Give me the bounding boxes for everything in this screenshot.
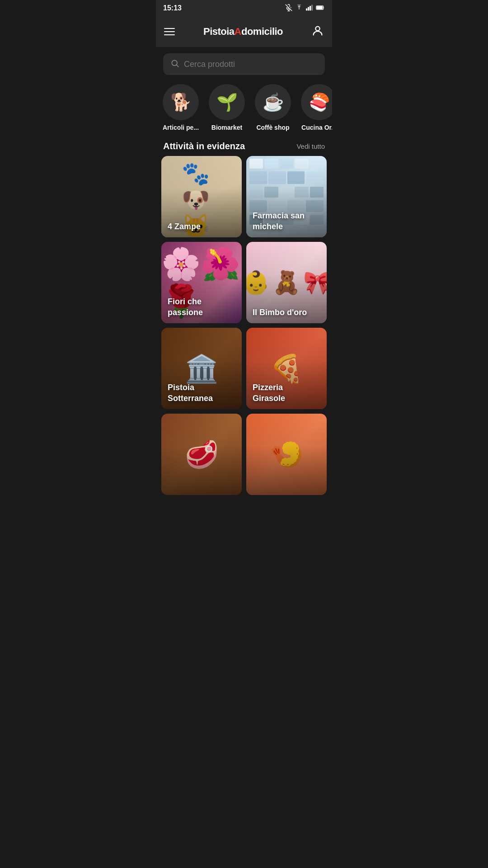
svg-rect-5 xyxy=(310,6,311,10)
featured-section-header: Attività in evidenza Vedi tutto xyxy=(156,134,332,156)
view-all-link[interactable]: Vedi tutto xyxy=(296,142,325,150)
app-header: PistoiaAdomicilio xyxy=(156,16,332,47)
activity-card-zampe[interactable]: 🐾🐶🐱🐰 4 Zampe xyxy=(161,156,242,237)
category-biomarket-label: Biomarket xyxy=(211,124,242,131)
svg-line-11 xyxy=(177,65,179,67)
logo-suffix: domicilio xyxy=(241,26,283,37)
status-icons xyxy=(285,4,325,13)
mute-icon xyxy=(285,4,292,13)
activity-card-bimbo[interactable]: 👶🧸🎀 Il Bimbo d'oro xyxy=(246,242,327,323)
activity-card-pizzeria[interactable]: 🍕 PizzeriaGirasole xyxy=(246,328,327,409)
activities-grid: 🐾🐶🐱🐰 4 Zampe xyxy=(156,156,332,502)
category-biomarket-icon: 🌱 xyxy=(209,84,245,120)
activity-card-fiori[interactable]: 🌸🌺🌹 Fiori chepassione xyxy=(161,242,242,323)
svg-point-9 xyxy=(315,27,319,31)
svg-rect-8 xyxy=(317,6,323,9)
app-logo: PistoiaAdomicilio xyxy=(203,26,283,38)
category-biomarket[interactable]: 🌱 Biomarket xyxy=(206,84,247,131)
activity-card-fiori-label: Fiori chepassione xyxy=(168,297,203,318)
featured-title: Attività in evidenza xyxy=(163,141,245,151)
search-icon xyxy=(170,59,179,70)
card-overlay xyxy=(246,414,327,495)
category-coffe-label: Coffè shop xyxy=(256,124,289,131)
search-container xyxy=(156,47,332,80)
card-overlay xyxy=(161,414,242,495)
svg-point-10 xyxy=(172,60,177,66)
category-cucina-label: Cucina Or... xyxy=(301,124,332,131)
svg-rect-4 xyxy=(308,7,309,10)
wifi-icon xyxy=(295,5,303,12)
activity-card-bottom-left[interactable]: 🥩 xyxy=(161,414,242,495)
svg-rect-3 xyxy=(306,8,307,10)
svg-rect-6 xyxy=(311,5,313,10)
logo-accent-a: A xyxy=(235,26,241,37)
status-time: 15:13 xyxy=(163,4,182,12)
category-articoli-label: Articoli pe... xyxy=(163,124,199,131)
category-articoli-icon: 🐕 xyxy=(163,84,199,120)
search-bar[interactable] xyxy=(163,53,325,75)
search-input[interactable] xyxy=(184,60,318,69)
activity-card-farmacia[interactable]: Farmacia sanmichele xyxy=(246,156,327,237)
category-cucina-icon: 🍣 xyxy=(301,84,332,120)
activity-card-pizzeria-label: PizzeriaGirasole xyxy=(253,382,285,404)
category-articoli[interactable]: 🐕 Articoli pe... xyxy=(160,84,201,131)
user-profile-button[interactable] xyxy=(311,24,324,39)
activity-card-pistoia-label: PistoiaSotterranea xyxy=(168,382,213,404)
activity-card-pistoia[interactable]: 🏛️ PistoiaSotterranea xyxy=(161,328,242,409)
activity-card-bottom-right[interactable]: 🍤 xyxy=(246,414,327,495)
categories-list: 🐕 Articoli pe... 🌱 Biomarket ☕ Coffè sho… xyxy=(156,80,332,134)
category-cucina[interactable]: 🍣 Cucina Or... xyxy=(299,84,332,131)
activity-card-farmacia-label: Farmacia sanmichele xyxy=(253,211,305,232)
logo-prefix: Pistoia xyxy=(203,26,235,37)
signal-icon xyxy=(306,5,313,12)
activity-card-zampe-label: 4 Zampe xyxy=(168,222,201,232)
menu-button[interactable] xyxy=(164,28,175,35)
battery-icon xyxy=(316,5,325,12)
status-bar: 15:13 xyxy=(156,0,332,16)
category-coffe-shop[interactable]: ☕ Coffè shop xyxy=(253,84,293,131)
category-coffe-icon: ☕ xyxy=(255,84,291,120)
activity-card-bimbo-label: Il Bimbo d'oro xyxy=(253,307,307,318)
